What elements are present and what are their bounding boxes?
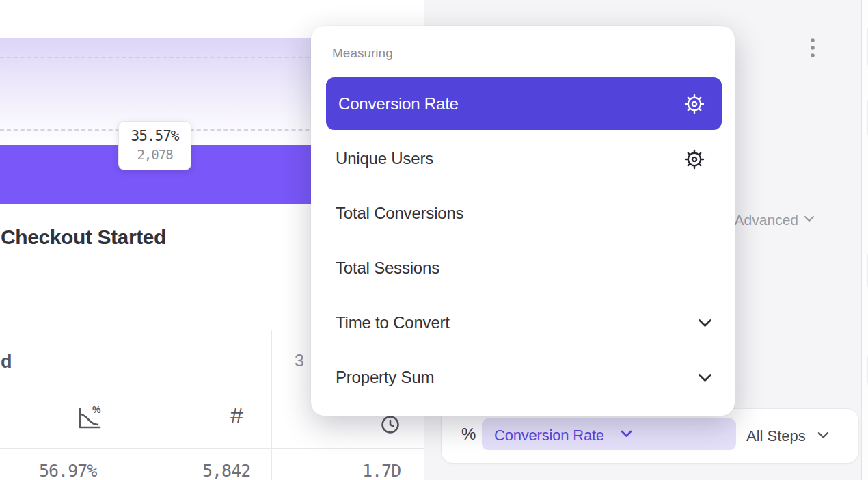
time-to-convert-value: 1.7D <box>362 461 401 480</box>
next-step-number: 3 <box>295 351 304 371</box>
percent-glyph: % <box>92 404 101 415</box>
measuring-menu-header: Measuring <box>332 46 393 61</box>
gear-icon[interactable] <box>684 94 705 114</box>
percent-label: % <box>461 425 476 444</box>
tooltip-conversion-rate: 35.57% <box>119 128 191 144</box>
tooltip-count: 2,078 <box>119 147 191 162</box>
chevron-down-icon <box>804 215 815 222</box>
hash-icon: # <box>230 402 243 429</box>
chart-tooltip: 35.57% 2,078 <box>118 121 191 170</box>
menu-item-time-to-convert[interactable]: Time to Convert <box>336 313 450 332</box>
count-value: 5,842 <box>202 461 250 480</box>
measuring-chip-label: Conversion Rate <box>494 427 604 444</box>
menu-item-total-conversions[interactable]: Total Conversions <box>336 204 463 223</box>
step-title: Checkout Started <box>1 226 166 249</box>
divider <box>0 448 424 449</box>
conversion-rate-value: 56.97% <box>39 461 96 480</box>
table-row-label-cutoff: d <box>1 351 12 373</box>
chevron-down-icon <box>621 430 632 438</box>
chevron-down-icon <box>698 373 712 382</box>
chevron-down-icon <box>698 319 712 328</box>
gear-icon[interactable] <box>684 149 705 170</box>
menu-item-label: Conversion Rate <box>338 94 459 114</box>
table-column-divider <box>271 330 272 480</box>
menu-item-unique-users[interactable]: Unique Users <box>336 149 433 168</box>
chevron-down-icon <box>817 431 829 439</box>
all-steps-dropdown[interactable]: All Steps <box>746 427 806 445</box>
kebab-menu-button[interactable] <box>804 33 822 63</box>
conversion-rate-icon: % <box>74 403 104 434</box>
menu-item-property-sum[interactable]: Property Sum <box>336 368 434 387</box>
menu-item-total-sessions[interactable]: Total Sessions <box>336 258 439 278</box>
